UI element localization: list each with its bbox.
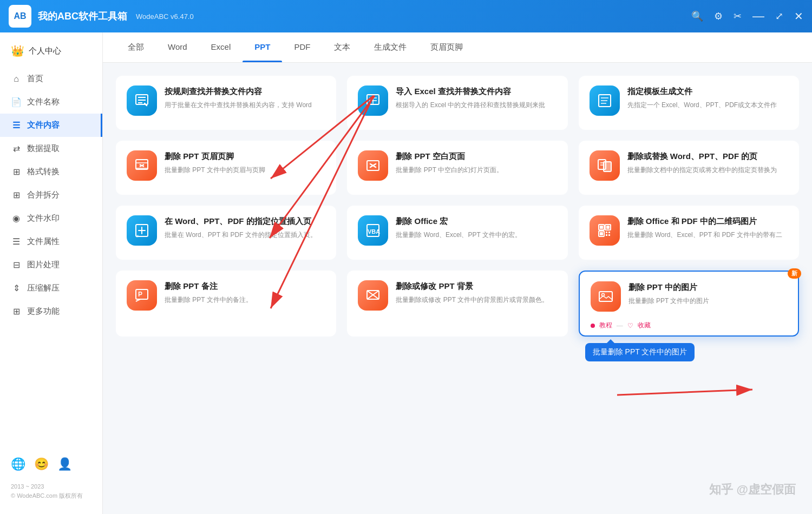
tool-title-3: 指定模板生成文件 — [627, 85, 788, 97]
home-icon: ⌂ — [11, 74, 22, 84]
attr-icon: ☰ — [11, 236, 22, 247]
tab-generate[interactable]: 生成文件 — [362, 32, 418, 62]
sidebar-item-imgprocess-label: 图片处理 — [27, 260, 60, 270]
tool-desc-2: 根据导入的 Excel 中的文件路径和查找替换规则来批 — [396, 100, 556, 110]
svg-rect-47 — [599, 292, 612, 301]
tool-title-6: 删除或替换 Word、PPT、PDF 的页 — [627, 150, 788, 162]
tool-delete-macro[interactable]: VBA 删除 Office 宏 批量删除 Word、Excel、PPT 文件中的… — [347, 206, 567, 260]
sidebar-item-home[interactable]: ⌂ 首页 — [0, 67, 102, 90]
tool-icon-delete-qr — [590, 215, 620, 246]
tool-icon-batch-find-replace — [127, 85, 157, 116]
new-badge: 新 — [788, 268, 801, 279]
sidebar-item-more[interactable]: ⊞ 更多功能 — [0, 300, 102, 323]
tool-insert-page[interactable]: # 在 Word、PPT、PDF 的指定位置插入页 批量在 Word、PPT 和… — [116, 206, 336, 260]
crown-icon: 👑 — [11, 44, 24, 57]
tool-delete-qr[interactable]: 删除 Office 和 PDF 中的二维码图片 批量删除 Word、Excel、… — [579, 206, 799, 260]
tool-desc-1: 用于批量在文件中查找并替换相关内容，支持 Word — [165, 100, 325, 110]
sidebar-item-imgprocess[interactable]: ⊟ 图片处理 — [0, 253, 102, 276]
tool-title-11: 删除或修改 PPT 背景 — [396, 280, 556, 292]
sidebar-item-filecontent[interactable]: ☰ 文件内容 — [0, 114, 102, 137]
search-icon[interactable]: 🔍 — [691, 10, 703, 22]
tool-template-generate[interactable]: 指定模板生成文件 先指定一个 Excel、Word、PPT、PDF或文本文件作 — [579, 76, 799, 130]
tool-icon-delete-ppt-notes: P — [127, 280, 157, 311]
more-icon: ⊞ — [11, 306, 22, 317]
sidebar-item-dataextract[interactable]: ⇄ 数据提取 — [0, 137, 102, 160]
sidebar-copyright: 2013 ~ 2023 © WodeABC.com 版权所有 — [0, 478, 102, 508]
tool-icon-template-generate — [590, 85, 620, 116]
titlebar-controls: 🔍 ⚙ ✂ — ⤢ ✕ — [691, 9, 803, 23]
minimize-button[interactable]: — — [752, 9, 764, 23]
footer-favorite[interactable]: 收藏 — [638, 321, 651, 330]
tool-content-1: 按规则查找并替换文件内容 用于批量在文件中查找并替换相关内容，支持 Word — [165, 85, 325, 110]
sidebar-item-formatconv[interactable]: ⊞ 格式转换 — [0, 160, 102, 183]
tool-delete-ppt-blank[interactable]: 删除 PPT 空白页面 批量删除 PPT 中空白的幻灯片页面。 — [347, 141, 567, 195]
tab-headerfoot[interactable]: 页眉页脚 — [418, 32, 475, 62]
tool-desc-4: 批量删除 PPT 文件中的页眉与页脚 — [165, 165, 325, 175]
content-icon: ☰ — [11, 120, 22, 130]
sidebar-item-watermark[interactable]: ◉ 文件水印 — [0, 207, 102, 230]
tool-batch-find-replace[interactable]: 按规则查找并替换文件内容 用于批量在文件中查找并替换相关内容，支持 Word — [116, 76, 336, 130]
sidebar-item-fileattr-label: 文件属性 — [27, 236, 60, 247]
sidebar: 👑 个人中心 ⌂ 首页 📄 文件名称 ☰ 文件内容 ⇄ 数据提取 ⊞ 格式转换 … — [0, 32, 103, 514]
tool-desc-9: 批量删除 Word、Excel、PPT 和 PDF 文件中的带有二 — [627, 230, 788, 240]
svg-rect-22 — [604, 162, 611, 172]
sidebar-item-more-label: 更多功能 — [27, 306, 60, 317]
content-area: 全部 Word Excel PPT PDF 文本 生成文件 页眉页脚 — [103, 32, 812, 514]
tools-grid: 按规则查找并替换文件内容 用于批量在文件中查找并替换相关内容，支持 Word X — [103, 63, 812, 514]
settings-icon[interactable]: ⚙ — [714, 10, 723, 22]
main-layout: 👑 个人中心 ⌂ 首页 📄 文件名称 ☰ 文件内容 ⇄ 数据提取 ⊞ 格式转换 … — [0, 32, 812, 514]
tool-desc-6: 批量删除文档中的指定页或将文档中的指定页替换为 — [627, 165, 788, 175]
sidebar-item-formatconv-label: 格式转换 — [27, 167, 60, 177]
tool-title-9: 删除 Office 和 PDF 中的二维码图片 — [627, 215, 788, 227]
sidebar-item-compress[interactable]: ⇕ 压缩解压 — [0, 276, 102, 300]
close-button[interactable]: ✕ — [794, 10, 803, 23]
footer-tutorial[interactable]: 教程 — [599, 321, 612, 330]
tool-icon-delete-ppt-blank — [358, 150, 388, 181]
tool-desc-8: 批量删除 Word、Excel、PPT 文件中的宏。 — [396, 230, 556, 240]
tab-ppt[interactable]: PPT — [243, 32, 282, 62]
tab-excel[interactable]: Excel — [199, 32, 243, 62]
copyright-year: 2013 ~ 2023 — [11, 482, 91, 492]
svg-rect-40 — [608, 234, 610, 236]
tab-word[interactable]: Word — [156, 32, 199, 62]
svg-text:P: P — [138, 291, 142, 298]
sidebar-item-merge[interactable]: ⊞ 合并拆分 — [0, 183, 102, 207]
content-wrapper: 全部 Word Excel PPT PDF 文本 生成文件 页眉页脚 — [103, 32, 812, 514]
sidebar-item-compress-label: 压缩解压 — [27, 283, 60, 293]
svg-text:#: # — [136, 234, 139, 238]
sidebar-item-filename[interactable]: 📄 文件名称 — [0, 90, 102, 114]
tool-delete-ppt-images[interactable]: 新 删除 PPT 中的图片 批量删除 PPT 文件中的图片 — [579, 271, 799, 337]
footer-dot-pink — [591, 324, 595, 328]
tool-title-2: 导入 Excel 查找并替换文件内容 — [396, 85, 556, 97]
tool-content-12: 删除 PPT 中的图片 批量删除 PPT 文件中的图片 — [628, 281, 787, 306]
tab-all[interactable]: 全部 — [116, 32, 156, 62]
tool-delete-ppt-header[interactable]: 删除 PPT 页眉页脚 批量删除 PPT 文件中的页眉与页脚 — [116, 141, 336, 195]
tool-content-8: 删除 Office 宏 批量删除 Word、Excel、PPT 文件中的宏。 — [396, 215, 556, 240]
tool-delete-ppt-notes[interactable]: P 删除 PPT 备注 批量删除 PPT 文件中的备注。 — [116, 271, 336, 337]
sidebar-item-filecontent-label: 文件内容 — [27, 120, 60, 130]
app-title: 我的ABC软件工具箱 — [38, 10, 127, 23]
sidebar-item-fileattr[interactable]: ☰ 文件属性 — [0, 230, 102, 253]
tool-title-5: 删除 PPT 空白页面 — [396, 150, 556, 162]
tool-excel-find-replace[interactable]: X 导入 Excel 查找并替换文件内容 根据导入的 Excel 中的文件路径和… — [347, 76, 567, 130]
tool-icon-delete-macro: VBA — [358, 215, 388, 246]
svg-rect-34 — [600, 226, 603, 229]
sidebar-item-watermark-label: 文件水印 — [27, 213, 60, 223]
tool-content-3: 指定模板生成文件 先指定一个 Excel、Word、PPT、PDF或文本文件作 — [627, 85, 788, 110]
tab-pdf[interactable]: PDF — [282, 32, 322, 62]
restore-button[interactable]: ⤢ — [775, 10, 783, 22]
tool-icon-delete-ppt-header — [127, 150, 157, 181]
browser-icon[interactable]: 🌐 — [11, 457, 25, 471]
scissors-icon[interactable]: ✂ — [734, 10, 742, 22]
tab-text[interactable]: 文本 — [322, 32, 362, 62]
chat-icon[interactable]: 😊 — [34, 457, 49, 471]
tool-content-4: 删除 PPT 页眉页脚 批量删除 PPT 文件中的页眉与页脚 — [165, 150, 325, 175]
sidebar-user[interactable]: 👑 个人中心 — [0, 39, 102, 67]
user-icon[interactable]: 👤 — [57, 457, 72, 471]
tool-icon-insert-page: # — [127, 215, 157, 246]
tool-desc-11: 批量删除或修改 PPT 文件中的背景图片或背景颜色。 — [396, 295, 556, 305]
tool-content-2: 导入 Excel 查找并替换文件内容 根据导入的 Excel 中的文件路径和查找… — [396, 85, 556, 110]
tool-delete-replace-page[interactable]: 删除或替换 Word、PPT、PDF 的页 批量删除文档中的指定页或将文档中的指… — [579, 141, 799, 195]
tool-delete-ppt-bg[interactable]: 删除或修改 PPT 背景 批量删除或修改 PPT 文件中的背景图片或背景颜色。 — [347, 271, 567, 337]
sidebar-item-dataextract-label: 数据提取 — [27, 143, 60, 154]
